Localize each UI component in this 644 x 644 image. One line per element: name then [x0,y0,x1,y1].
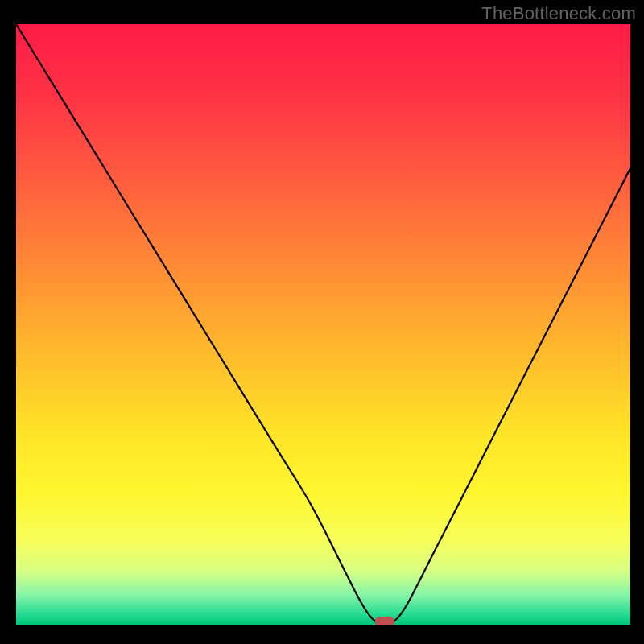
gradient-background [16,24,630,625]
plot-area [16,24,630,625]
chart-svg [16,24,630,625]
chart-frame: TheBottleneck.com [0,0,644,644]
watermark-text: TheBottleneck.com [481,3,636,24]
optimal-marker [375,617,394,625]
